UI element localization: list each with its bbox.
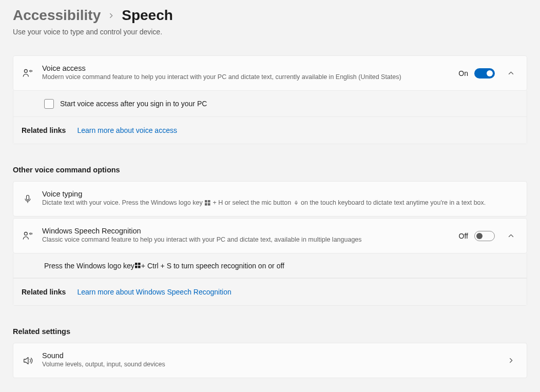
related-links-label: Related links [22,126,66,134]
chevron-right-icon[interactable] [503,357,518,364]
wsr-icon [22,230,34,242]
sound-row[interactable]: Sound Volume levels, output, input, soun… [13,343,527,378]
wsr-related-links: Related links Learn more about Windows S… [13,278,527,305]
windows-logo-icon [135,263,141,268]
voice-typing-title: Voice typing [42,190,518,198]
chevron-up-icon[interactable] [503,232,518,239]
breadcrumb-current: Speech [122,7,173,24]
svg-rect-3 [208,200,210,203]
wsr-learn-more-link[interactable]: Learn more about Windows Speech Recognit… [77,288,231,296]
svg-rect-9 [138,263,141,265]
sound-subtitle: Volume levels, output, input, sound devi… [42,360,495,369]
mic-icon [22,194,34,204]
wsr-title: Windows Speech Recognition [42,227,451,235]
svg-rect-5 [208,203,210,206]
voice-access-toggle[interactable] [474,68,495,79]
breadcrumb: Accessibility Speech [13,7,527,24]
windows-logo-icon [205,200,210,206]
wsr-subtitle: Classic voice command feature to help yo… [42,236,451,245]
voice-access-related-links: Related links Learn more about voice acc… [13,116,527,144]
voice-access-toggle-label: On [458,69,468,77]
svg-point-0 [24,69,27,72]
svg-point-7 [24,232,27,235]
wsr-toggle[interactable] [474,231,495,241]
page-description: Use your voice to type and control your … [13,28,527,36]
other-options-heading: Other voice command options [13,166,527,174]
voice-access-learn-more-link[interactable]: Learn more about voice access [77,126,177,134]
chevron-right-icon [108,12,114,21]
voice-access-icon [22,68,34,79]
start-after-signin-checkbox[interactable] [44,99,54,109]
voice-access-title: Voice access [42,64,450,72]
related-settings-heading: Related settings [13,327,527,336]
voice-access-row[interactable]: Voice access Modern voice command featur… [13,56,527,90]
svg-rect-11 [138,266,141,268]
svg-rect-6 [295,201,297,204]
wsr-row[interactable]: Windows Speech Recognition Classic voice… [13,219,527,253]
svg-rect-8 [135,263,138,265]
chevron-up-icon[interactable] [503,70,518,76]
voice-access-subtitle: Modern voice command feature to help you… [42,73,450,82]
svg-rect-10 [135,266,138,268]
wsr-shortcut-hint: Press the Windows logo key + Ctrl + S to… [13,253,527,278]
svg-rect-4 [205,203,207,206]
svg-rect-1 [27,195,29,200]
voice-typing-row[interactable]: Voice typing Dictate text with your voic… [13,182,527,216]
sound-icon [22,355,34,366]
mic-inline-icon [294,200,299,206]
sound-title: Sound [42,351,495,360]
breadcrumb-parent[interactable]: Accessibility [13,7,101,24]
svg-rect-2 [205,200,207,203]
start-after-signin-row[interactable]: Start voice access after you sign in to … [13,91,527,116]
related-links-label: Related links [22,288,66,296]
start-after-signin-label: Start voice access after you sign in to … [60,100,207,108]
wsr-toggle-label: Off [459,232,468,240]
voice-typing-subtitle: Dictate text with your voice. Press the … [42,199,518,208]
